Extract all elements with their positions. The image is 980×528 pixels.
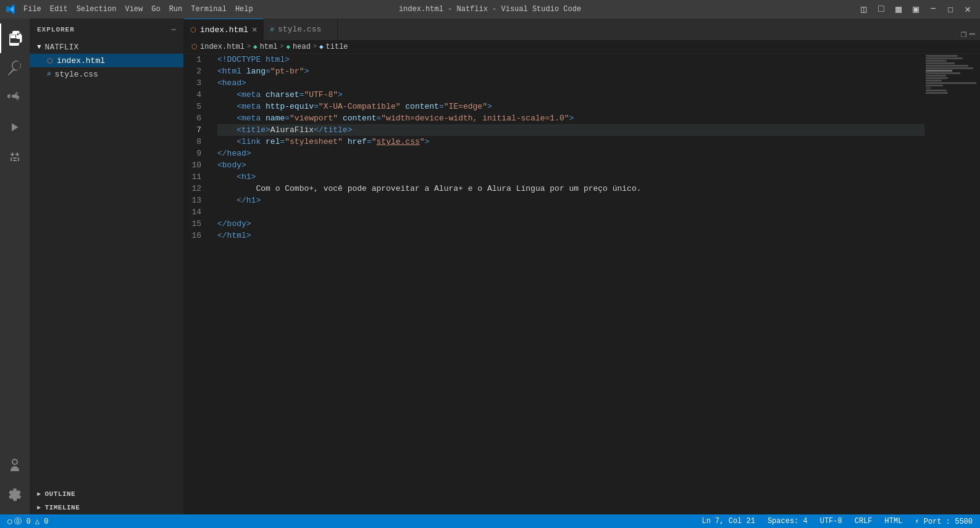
activity-bar-extensions[interactable] <box>0 142 30 172</box>
breadcrumb-html[interactable]: ◆ html <box>253 43 277 51</box>
layout-icon[interactable]: □ <box>875 4 887 15</box>
status-position[interactable]: Ln 7, Col 21 <box>699 514 757 528</box>
sidebar-file-index-html[interactable]: ⬡ index.html <box>30 54 183 67</box>
code-line-5[interactable]: <meta http-equiv="X-UA-Compatible" conte… <box>217 101 924 112</box>
menu-file[interactable]: File <box>23 5 41 14</box>
css-file-icon: # <box>47 70 51 78</box>
split-editor-icon[interactable]: ❐ <box>961 28 967 40</box>
code-val-name6: "viewport" <box>290 112 338 124</box>
status-bar: ◯ ⓪ 0 △ 0 Ln 7, Col 21 Spaces: 4 UTF-8 C… <box>0 514 980 528</box>
more-tabs-icon[interactable]: ⋯ <box>969 28 975 40</box>
status-language[interactable]: HTML <box>882 514 905 528</box>
line-num-4: 4 <box>184 89 207 101</box>
activity-bar-explorer[interactable] <box>0 23 30 53</box>
breadcrumb-head[interactable]: ◆ head <box>286 43 310 51</box>
indent-12 <box>217 183 256 195</box>
code-line-11[interactable]: <h1> <box>217 171 924 183</box>
minimap[interactable] <box>924 54 980 514</box>
breadcrumb-text-html: html <box>260 43 278 51</box>
close-button[interactable]: ✕ <box>961 3 974 15</box>
title-bar-menu[interactable]: File Edit Selection View Go Run Terminal… <box>23 5 253 14</box>
code-attr-charset: charset <box>266 89 299 101</box>
code-title-close: </title> <box>314 124 352 136</box>
minimap-line-14 <box>926 87 931 89</box>
title-bar-controls[interactable]: ◫ □ ▦ ▣ − ☐ ✕ <box>858 3 974 15</box>
code-line-10[interactable]: <body> <box>217 159 924 171</box>
project-name: NATFLIX <box>45 43 79 52</box>
minimap-line-1 <box>926 55 958 57</box>
code-val-lang: "pt-br" <box>270 65 304 77</box>
code-line-2[interactable]: <html lang="pt-br"> <box>217 65 924 77</box>
status-line-ending[interactable]: CRLF <box>852 514 875 528</box>
code-content[interactable]: <!DOCTYPE html> <html lang="pt-br"> <hea… <box>215 54 924 514</box>
menu-selection[interactable]: Selection <box>77 5 117 14</box>
code-h1-text: Com o Combo+, você pode aproveitar a Alu… <box>256 183 641 195</box>
sidebar-folder-natflix[interactable]: ▼ NATFLIX <box>30 40 183 54</box>
code-meta1: <meta <box>237 89 266 101</box>
code-line-16[interactable]: </html> <box>217 230 924 241</box>
code-line-3[interactable]: <head> <box>217 77 924 89</box>
code-line-6[interactable]: <meta name="viewport" content="width=dev… <box>217 112 924 124</box>
activity-bar-settings[interactable] <box>0 480 30 509</box>
sidebar-timeline[interactable]: ► TIMELINE <box>30 501 183 514</box>
code-line-1[interactable]: <!DOCTYPE html> <box>217 54 924 65</box>
breadcrumb-title[interactable]: ◆ title <box>319 43 348 51</box>
menu-edit[interactable]: Edit <box>50 5 68 14</box>
activity-bar-source-control[interactable] <box>0 83 30 112</box>
minimap-line-6 <box>926 67 973 69</box>
activity-bar-search[interactable] <box>0 53 30 83</box>
code-head-open: <head> <box>217 77 246 89</box>
code-attr-name6: name <box>266 112 285 124</box>
sidebar-title: EXPLORER <box>37 26 75 33</box>
breadcrumb-index-html[interactable]: ⬡ index.html <box>191 43 245 51</box>
code-line-14[interactable] <box>217 206 924 218</box>
outline-label: OUTLINE <box>45 490 76 498</box>
menu-terminal[interactable]: Terminal <box>191 5 227 14</box>
code-html-close: > <box>304 65 309 77</box>
status-port[interactable]: ⚡ Port : 5500 <box>912 514 975 528</box>
activity-bar-run[interactable] <box>0 112 30 142</box>
code-editor[interactable]: 1 2 3 4 5 6 7 8 9 10 11 12 13 14 15 16 <box>184 54 980 514</box>
tab-close-html[interactable]: ✕ <box>252 25 257 34</box>
code-line-12[interactable]: Com o Combo+, você pode aproveitar a Alu… <box>217 183 924 195</box>
tab-css-icon: # <box>270 26 274 33</box>
menu-view[interactable]: View <box>125 5 143 14</box>
maximize-button[interactable]: ☐ <box>944 3 957 15</box>
tabs-actions[interactable]: ❐ ⋯ <box>956 28 980 40</box>
minimize-button[interactable]: − <box>927 4 939 15</box>
code-line-8[interactable]: <link rel="stylesheet" href="style.css"> <box>217 136 924 148</box>
tab-index-html[interactable]: ⬡ index.html ✕ <box>184 19 264 40</box>
menu-go[interactable]: Go <box>151 5 160 14</box>
code-body-open: <body> <box>217 159 246 171</box>
code-title-text: AluraFlix <box>270 124 314 136</box>
sidebar-outline[interactable]: ► OUTLINE <box>30 487 183 501</box>
status-spaces[interactable]: Spaces: 4 <box>765 514 810 528</box>
menu-help[interactable]: Help <box>235 5 253 14</box>
activity-bar-account[interactable] <box>0 450 30 480</box>
code-line-13[interactable]: </h1> <box>217 195 924 206</box>
code-eq2: = <box>299 89 304 101</box>
status-language-text: HTML <box>885 517 903 526</box>
code-doctype: <!DOCTYPE html> <box>217 54 290 65</box>
minimap-content <box>924 54 980 96</box>
breadcrumb-html-elem-icon: ◆ <box>253 43 258 51</box>
sidebar-toggle-icon[interactable]: ◫ <box>858 3 870 15</box>
code-link-open: <link <box>237 136 266 148</box>
menu-run[interactable]: Run <box>169 5 183 14</box>
line-num-15: 15 <box>184 218 207 230</box>
sidebar-more-icon[interactable]: ⋯ <box>171 25 176 35</box>
sidebar-file-style-css[interactable]: # style.css <box>30 67 183 81</box>
status-git[interactable]: ◯ ⓪ 0 △ 0 <box>5 514 51 528</box>
panel-icon[interactable]: ▣ <box>910 3 922 15</box>
sidebar-header-actions[interactable]: ⋯ <box>171 25 176 35</box>
chevron-right-icon: ► <box>37 491 41 498</box>
code-line-4[interactable]: <meta charset="UTF-8"> <box>217 89 924 101</box>
tab-style-css[interactable]: # style.css <box>264 19 338 40</box>
status-bar-right: Ln 7, Col 21 Spaces: 4 UTF-8 CRLF HTML ⚡… <box>699 514 975 528</box>
status-encoding[interactable]: UTF-8 <box>818 514 845 528</box>
split-icon[interactable]: ▦ <box>892 3 905 15</box>
code-space5 <box>400 101 405 112</box>
code-line-7[interactable]: <title>AluraFlix</title> <box>217 124 924 136</box>
code-line-9[interactable]: </head> <box>217 148 924 159</box>
code-line-15[interactable]: </body> <box>217 218 924 230</box>
